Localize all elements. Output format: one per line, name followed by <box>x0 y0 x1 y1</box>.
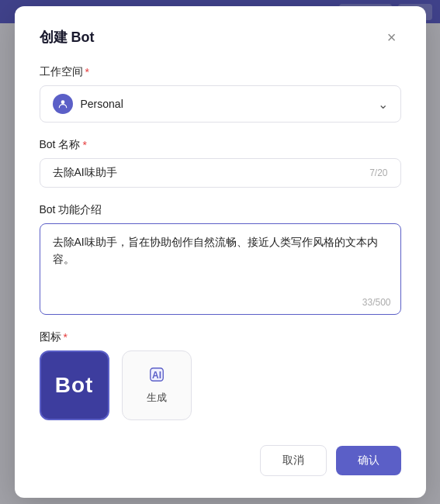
bot-name-input[interactable] <box>53 167 364 179</box>
workspace-select[interactable]: Personal ⌄ <box>40 85 401 123</box>
bot-name-field-group: Bot 名称 * 7/20 <box>40 138 401 188</box>
generate-icon-label: 生成 <box>147 391 167 405</box>
close-button[interactable]: × <box>383 28 401 47</box>
svg-text:AI: AI <box>152 370 161 381</box>
bot-name-input-wrapper: 7/20 <box>40 158 401 188</box>
create-bot-modal: 创建 Bot × 工作空间 * Personal ⌄ <box>15 6 426 498</box>
icon-label: 图标 * <box>40 330 401 344</box>
bot-name-label: Bot 名称 * <box>40 138 401 152</box>
workspace-label: 工作空间 * <box>40 65 401 79</box>
modal-footer: 取消 确认 <box>40 442 401 476</box>
modal-overlay: 创建 Bot × 工作空间 * Personal ⌄ <box>0 0 440 504</box>
workspace-avatar <box>53 94 73 114</box>
required-star-workspace: * <box>85 66 89 78</box>
generate-icon-symbol: AI <box>148 366 165 387</box>
bot-desc-field-group: Bot 功能介绍 去除AI味助手，旨在协助创作自然流畅、接近人类写作风格的文本内… <box>40 203 401 315</box>
workspace-select-left: Personal <box>53 94 123 114</box>
generate-icon-option[interactable]: AI 生成 <box>122 350 192 420</box>
workspace-name: Personal <box>81 98 123 110</box>
bot-desc-textarea[interactable]: 去除AI味助手，旨在协助创作自然流畅、接近人类写作风格的文本内容。 <box>40 224 400 294</box>
bot-icon-text: Bot <box>55 373 94 398</box>
icon-options: Bot AI 生成 <box>40 350 401 420</box>
confirm-button[interactable]: 确认 <box>336 446 401 475</box>
workspace-field-group: 工作空间 * Personal ⌄ <box>40 65 401 123</box>
cancel-button[interactable]: 取消 <box>260 445 327 476</box>
bot-desc-char-count: 33/500 <box>40 294 400 314</box>
bot-name-char-count: 7/20 <box>369 167 387 178</box>
svg-point-0 <box>61 100 64 104</box>
required-star-name: * <box>82 139 86 151</box>
required-star-icon: * <box>64 331 68 343</box>
bot-icon-option[interactable]: Bot <box>40 350 109 420</box>
modal-title: 创建 Bot <box>40 28 95 47</box>
bot-desc-textarea-wrapper: 去除AI味助手，旨在协助创作自然流畅、接近人类写作风格的文本内容。 33/500 <box>40 223 401 315</box>
icon-field-group: 图标 * Bot AI 生成 <box>40 330 401 420</box>
chevron-down-icon: ⌄ <box>378 97 388 112</box>
bot-desc-label: Bot 功能介绍 <box>40 203 401 217</box>
modal-header: 创建 Bot × <box>40 28 401 47</box>
